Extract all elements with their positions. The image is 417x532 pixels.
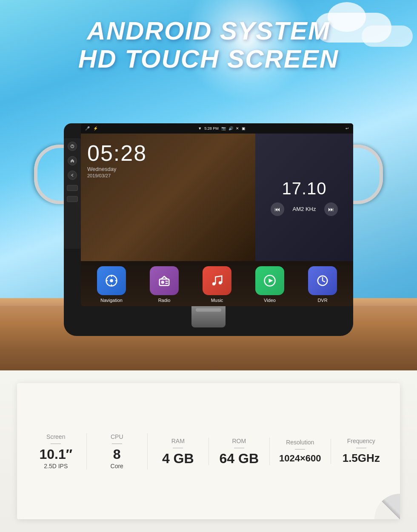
spec-label-resolution: Resolution (286, 439, 314, 446)
svg-point-9 (161, 281, 165, 284)
svg-rect-11 (166, 283, 168, 284)
radio-controls: ⏮ AM2 KHz ⏭ (271, 202, 338, 216)
back-button[interactable] (68, 171, 77, 180)
radio-prev-button[interactable]: ⏮ (271, 202, 284, 216)
spec-value-main-rom: 64 GB (220, 452, 259, 465)
spec-value-main-screen: 10.1″ (39, 447, 72, 461)
apps-row: NavigationRadioMusicVideoDVR (81, 261, 353, 306)
status-center: ▼ 5:28 PM 📷 🔊 ✕ ▣ (198, 126, 245, 131)
window-status-icon: ▣ (242, 126, 246, 131)
back-status-icon: ↩ (346, 126, 349, 131)
app-icon-video (255, 266, 284, 295)
spec-item-cpu: CPU8Core (87, 433, 148, 469)
specs-section: Screen10.1″2.5D IPSCPU8CoreRAM4 GBROM64 … (0, 370, 417, 532)
svg-point-13 (219, 281, 222, 284)
app-icon-dvr (308, 266, 337, 295)
app-item-radio[interactable]: Radio (150, 266, 179, 303)
svg-point-3 (110, 279, 113, 282)
app-item-video[interactable]: Video (255, 266, 284, 303)
svg-marker-15 (269, 279, 273, 283)
clock-time: 05:28 (87, 142, 249, 164)
spec-value-main-ram: 4 GB (162, 452, 194, 465)
status-bar: 🎤 ⚡ ▼ 5:28 PM 📷 🔊 ✕ ▣ ↩ (81, 123, 353, 134)
camera-status-icon: 📷 (221, 126, 226, 131)
spec-item-ram: RAM4 GB (148, 438, 209, 465)
left-control-panel (64, 138, 81, 249)
heading-line1: ANDROID SYSTEM (0, 17, 417, 45)
heading-section: ANDROID SYSTEM HD TOUCH SCREEN (0, 17, 417, 73)
spec-value-sub-cpu: Core (111, 463, 123, 469)
app-label-music: Music (211, 298, 223, 303)
spec-label-rom: ROM (232, 438, 246, 444)
clock-widget: 05:28 Wednesday 2019/03/27 (81, 134, 255, 261)
device-mount (191, 306, 226, 327)
spec-divider (234, 448, 244, 448)
radio-frequency: 17.10 (282, 179, 326, 198)
radio-widget: 17.10 ⏮ AM2 KHz ⏭ (255, 134, 353, 261)
app-item-music[interactable]: Music (203, 266, 231, 303)
app-icon-radio (150, 266, 179, 295)
spec-divider (173, 448, 183, 448)
heading-line2: HD TOUCH SCREEN (0, 45, 417, 73)
spec-label-cpu: CPU (111, 433, 123, 440)
radio-band: AM2 KHz (293, 206, 316, 212)
spec-label-screen: Screen (46, 433, 65, 440)
clock-day: Wednesday (87, 166, 249, 172)
app-item-navigation[interactable]: Navigation (97, 266, 126, 303)
spec-divider (295, 449, 305, 449)
device-screen: 🎤 ⚡ ▼ 5:28 PM 📷 🔊 ✕ ▣ ↩ (81, 123, 353, 306)
svg-rect-10 (166, 281, 168, 282)
app-label-radio: Radio (158, 298, 171, 303)
app-item-dvr[interactable]: DVR (308, 266, 337, 303)
spec-item-rom: ROM64 GB (209, 438, 270, 465)
spec-item-resolution: Resolution1024×600 (270, 439, 331, 464)
spec-divider (112, 444, 122, 444)
spec-value-sub-screen: 2.5D IPS (44, 463, 68, 469)
app-icon-navigation (97, 266, 126, 295)
volume-down-button[interactable] (67, 196, 78, 202)
status-time: 5:28 PM (204, 126, 219, 131)
status-left: 🎤 ⚡ (85, 126, 98, 131)
home-button[interactable] (68, 156, 77, 165)
app-label-navigation: Navigation (100, 298, 123, 303)
status-right: ↩ (346, 126, 349, 131)
power-button[interactable] (68, 142, 77, 151)
spec-divider (51, 444, 61, 444)
app-label-dvr: DVR (317, 298, 327, 303)
wifi-status-icon: ▼ (198, 126, 202, 131)
screen-main-content: 05:28 Wednesday 2019/03/27 17.10 ⏮ AM2 K… (81, 134, 353, 261)
specs-paper: Screen10.1″2.5D IPSCPU8CoreRAM4 GBROM64 … (17, 383, 400, 519)
spec-value-main-frequency: 1.5GHz (343, 452, 380, 465)
spec-value-main-cpu: 8 (113, 447, 121, 461)
car-stereo-device: 🎤 ⚡ ▼ 5:28 PM 📷 🔊 ✕ ▣ ↩ (64, 123, 353, 336)
spec-value-main-resolution: 1024×600 (279, 453, 321, 464)
clock-date: 2019/03/27 (87, 173, 249, 178)
svg-point-12 (212, 282, 216, 286)
spec-divider (356, 448, 366, 448)
device-housing: 🎤 ⚡ ▼ 5:28 PM 📷 🔊 ✕ ▣ ↩ (64, 123, 353, 336)
app-label-video: Video (264, 298, 276, 303)
volume-up-button[interactable] (67, 185, 78, 191)
spec-label-frequency: Frequency (347, 438, 375, 444)
spec-label-ram: RAM (171, 438, 185, 444)
mic-icon: 🎤 (85, 126, 90, 131)
app-icon-music (203, 266, 231, 295)
close-status-icon: ✕ (236, 126, 239, 131)
spec-item-screen: Screen10.1″2.5D IPS (26, 433, 87, 469)
spec-item-frequency: Frequency1.5GHz (331, 438, 392, 465)
radio-next-button[interactable]: ⏭ (324, 202, 338, 216)
usb-icon: ⚡ (93, 126, 98, 131)
volume-status-icon: 🔊 (228, 126, 233, 131)
